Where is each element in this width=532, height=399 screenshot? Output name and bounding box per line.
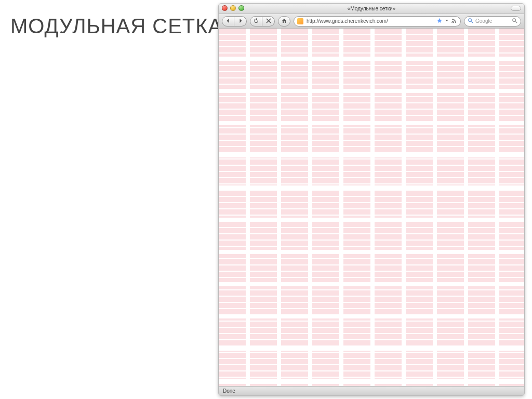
traffic-lights (222, 5, 244, 11)
svg-point-0 (469, 19, 472, 22)
close-icon[interactable] (222, 5, 228, 11)
minimize-icon[interactable] (230, 5, 236, 11)
reload-button[interactable] (250, 16, 262, 26)
window-title: «Модульные сетки» (348, 6, 395, 11)
browser-viewport (219, 29, 524, 386)
search-bar[interactable]: Google (464, 16, 521, 26)
search-placeholder: Google (475, 18, 510, 24)
status-text: Done (223, 388, 235, 394)
url-text: http://www.grids.cherenkevich.com/ (307, 18, 433, 24)
window-titlebar: «Модульные сетки» (219, 4, 524, 14)
back-icon (225, 18, 231, 24)
address-bar-right (436, 18, 457, 25)
status-bar: Done (219, 386, 524, 395)
svg-point-1 (513, 19, 516, 22)
chevron-down-icon[interactable] (445, 18, 449, 24)
stop-icon (266, 18, 271, 24)
browser-toolbar: http://www.grids.cherenkevich.com/ Googl… (219, 14, 524, 29)
zoom-icon[interactable] (238, 5, 244, 11)
search-engine-icon (468, 18, 473, 24)
feed-icon[interactable] (451, 18, 457, 25)
bookmark-star-icon[interactable] (436, 18, 443, 25)
site-favicon-icon (297, 18, 303, 24)
stop-button[interactable] (262, 16, 275, 26)
modular-grid-overlay (219, 29, 524, 386)
reload-stop-buttons (250, 16, 275, 26)
back-button[interactable] (222, 16, 234, 26)
toolbar-capsule-icon[interactable] (511, 6, 521, 11)
page-title: МОДУЛЬНАЯ СЕТКА (10, 15, 222, 38)
forward-icon (238, 18, 243, 24)
home-icon (282, 18, 287, 24)
nav-buttons (222, 16, 247, 26)
magnify-icon[interactable] (512, 18, 517, 24)
forward-button[interactable] (234, 16, 247, 26)
browser-window: «Модульные сетки» (218, 3, 525, 396)
home-button[interactable] (278, 16, 290, 26)
reload-icon (254, 18, 259, 24)
address-bar[interactable]: http://www.grids.cherenkevich.com/ (294, 16, 461, 26)
